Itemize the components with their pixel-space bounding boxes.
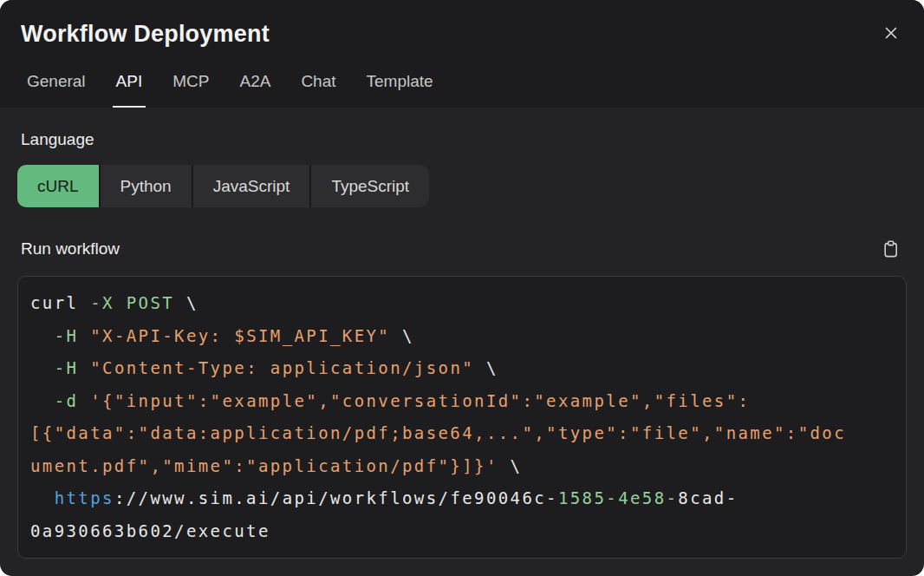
code-line: [{"data":"data:application/pdf;base64,..… (30, 417, 894, 450)
code-line: 0a930663b602/execute (30, 515, 894, 548)
code-header: Run workflow (21, 239, 903, 259)
copy-button[interactable] (881, 239, 901, 259)
title-row: Workflow Deployment (21, 19, 903, 49)
tab-mcp[interactable]: MCP (169, 71, 212, 108)
dialog-header: Workflow Deployment GeneralAPIMCPA2AChat… (0, 0, 924, 108)
clipboard-icon (883, 240, 899, 258)
tab-api[interactable]: API (113, 71, 146, 108)
close-button[interactable] (879, 21, 903, 45)
tab-general[interactable]: General (23, 71, 89, 108)
workflow-deployment-dialog: Workflow Deployment GeneralAPIMCPA2AChat… (0, 0, 924, 576)
tab-template[interactable]: Template (363, 71, 437, 108)
code-line: -H "Content-Type: application/json" \ (30, 352, 894, 385)
code-block: curl -X POST \ -H "X-API-Key: $SIM_API_K… (17, 276, 907, 559)
language-label: Language (21, 130, 903, 149)
code-line: https://www.sim.ai/api/workflows/fe90046… (30, 482, 894, 515)
language-option-python[interactable]: Python (101, 165, 192, 207)
dialog-content: Language cURLPythonJavaScriptTypeScript … (0, 108, 924, 576)
code-line: -H "X-API-Key: $SIM_API_KEY" \ (30, 320, 894, 353)
code-block-title: Run workflow (21, 239, 120, 259)
tab-chat[interactable]: Chat (297, 71, 339, 108)
code-line: curl -X POST \ (30, 287, 894, 320)
tab-bar: GeneralAPIMCPA2AChatTemplate (23, 71, 903, 108)
tab-a2a[interactable]: A2A (236, 71, 274, 108)
language-option-typescript[interactable]: TypeScript (311, 165, 429, 207)
language-switcher: cURLPythonJavaScriptTypeScript (17, 165, 429, 207)
code-line: ument.pdf","mime":"application/pdf"}]}' … (30, 450, 894, 483)
language-option-javascript[interactable]: JavaScript (193, 165, 310, 207)
code-line: -d '{"input":"example","conversationId":… (30, 385, 894, 418)
page-title: Workflow Deployment (21, 19, 270, 49)
close-icon (882, 24, 900, 42)
language-option-curl[interactable]: cURL (17, 165, 99, 207)
